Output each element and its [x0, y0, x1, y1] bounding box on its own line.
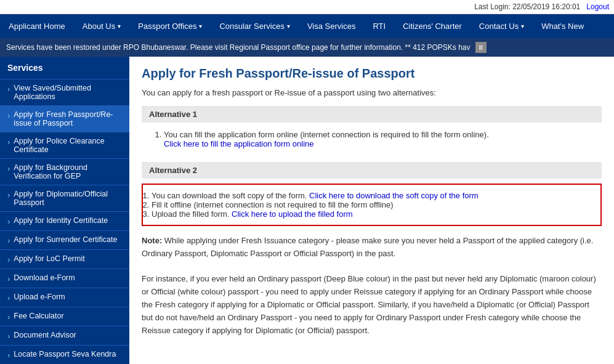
bullet-icon: ›: [7, 312, 10, 322]
sidebar-item-document-advisor[interactable]: › Document Advisor: [0, 326, 129, 346]
sidebar-item-police-clearance[interactable]: › Apply for Police Clearance Certificate: [0, 132, 129, 159]
bullet-icon: ›: [7, 274, 10, 283]
sidebar-title: Services: [0, 57, 129, 79]
sidebar-item-locate-passport[interactable]: › Locate Passport Seva Kendra: [0, 346, 129, 364]
alternative2-content: You can download the soft copy of the fo…: [142, 184, 602, 226]
ticker-text: Services have been restored under RPO Bh…: [6, 43, 471, 52]
alt1-item1: You can fill the application form online…: [164, 130, 602, 148]
ticker-pause-button[interactable]: ⏸: [475, 42, 487, 53]
fill-form-online-link[interactable]: Click here to fill the application form …: [164, 139, 314, 148]
last-login-text: Last Login: 22/05/2019 16:20:01: [474, 2, 580, 11]
sidebar-item-background-verification[interactable]: › Apply for Background Verification for …: [0, 159, 129, 185]
nav-about-us[interactable]: About Us ▾: [74, 14, 129, 38]
alt2-item1: You can download the soft copy of the fo…: [151, 191, 592, 200]
bullet-icon: ›: [7, 350, 10, 360]
note-section: Note: While applying under Fresh Issuanc…: [142, 235, 602, 337]
ticker-bar: Services have been restored under RPO Bh…: [0, 38, 614, 57]
bullet-icon: ›: [7, 236, 10, 245]
sidebar-item-download-eform[interactable]: › Download e-Form: [0, 269, 129, 288]
bullet-icon: ›: [7, 217, 10, 226]
bullet-icon: ›: [7, 293, 10, 302]
bullet-icon: ›: [7, 255, 10, 264]
bullet-icon: ›: [7, 164, 10, 173]
sidebar-item-surrender-certificate[interactable]: › Apply for Surrender Certificate: [0, 231, 129, 250]
main-content: Apply for Fresh Passport/Re-issue of Pas…: [129, 57, 614, 364]
alt2-item2: Fill it offline (internet connection is …: [151, 200, 592, 209]
sidebar: Services › View Saved/Submitted Applicat…: [0, 57, 129, 364]
chevron-down-icon: ▾: [118, 23, 121, 30]
chevron-down-icon: ▾: [287, 23, 290, 30]
note-para2: For instance, if you ever held an Ordina…: [142, 273, 602, 337]
sidebar-item-view-saved[interactable]: › View Saved/Submitted Applications: [0, 79, 129, 106]
chevron-down-icon: ▾: [521, 23, 524, 30]
bullet-icon: ›: [7, 84, 10, 94]
alternative1-content: You can fill the application form online…: [142, 127, 602, 153]
bullet-icon: ›: [7, 137, 10, 147]
alternative1-heading: Alternative 1: [142, 106, 602, 123]
sidebar-item-fee-calculator[interactable]: › Fee Calculator: [0, 307, 129, 326]
note-para1: Note: While applying under Fresh Issuanc…: [142, 235, 602, 261]
top-bar: Last Login: 22/05/2019 16:20:01 Logout: [0, 0, 614, 14]
nav-citizens-charter[interactable]: Citizens' Charter: [394, 14, 471, 38]
logout-link[interactable]: Logout: [586, 2, 609, 11]
download-form-link[interactable]: Click here to download the soft copy of …: [309, 191, 479, 200]
sidebar-item-diplomatic-passport[interactable]: › Apply for Diplomatic/Official Passport: [0, 185, 129, 212]
content-intro: You can apply for a fresh passport or Re…: [142, 88, 602, 97]
main-layout: Services › View Saved/Submitted Applicat…: [0, 57, 614, 364]
nav-passport-offices[interactable]: Passport Offices ▾: [129, 14, 211, 38]
nav-visa-services[interactable]: Visa Services: [299, 14, 365, 38]
bullet-icon: ›: [7, 190, 10, 200]
main-nav: Applicant Home About Us ▾ Passport Offic…: [0, 14, 614, 38]
sidebar-item-loc-permit[interactable]: › Apply for LoC Permit: [0, 250, 129, 269]
alt2-item3: Upload the filled form. Click here to up…: [151, 209, 592, 219]
sidebar-item-upload-eform[interactable]: › Upload e-Form: [0, 288, 129, 307]
alternative2-heading: Alternative 2: [142, 162, 602, 179]
nav-whats-new[interactable]: What's New: [533, 14, 592, 38]
sidebar-item-identity-certificate[interactable]: › Apply for Identity Certificate: [0, 212, 129, 231]
chevron-down-icon: ▾: [199, 23, 202, 30]
nav-contact-us[interactable]: Contact Us ▾: [471, 14, 533, 38]
bullet-icon: ›: [7, 111, 10, 120]
nav-applicant-home[interactable]: Applicant Home: [0, 14, 74, 38]
page-title: Apply for Fresh Passport/Re-issue of Pas…: [142, 67, 602, 81]
upload-form-link[interactable]: Click here to upload the filled form: [232, 209, 353, 219]
sidebar-item-fresh-passport[interactable]: › Apply for Fresh Passport/Re-issue of P…: [0, 106, 129, 132]
bullet-icon: ›: [7, 331, 10, 341]
nav-consular-services[interactable]: Consular Services ▾: [211, 14, 299, 38]
nav-rti[interactable]: RTI: [364, 14, 394, 38]
